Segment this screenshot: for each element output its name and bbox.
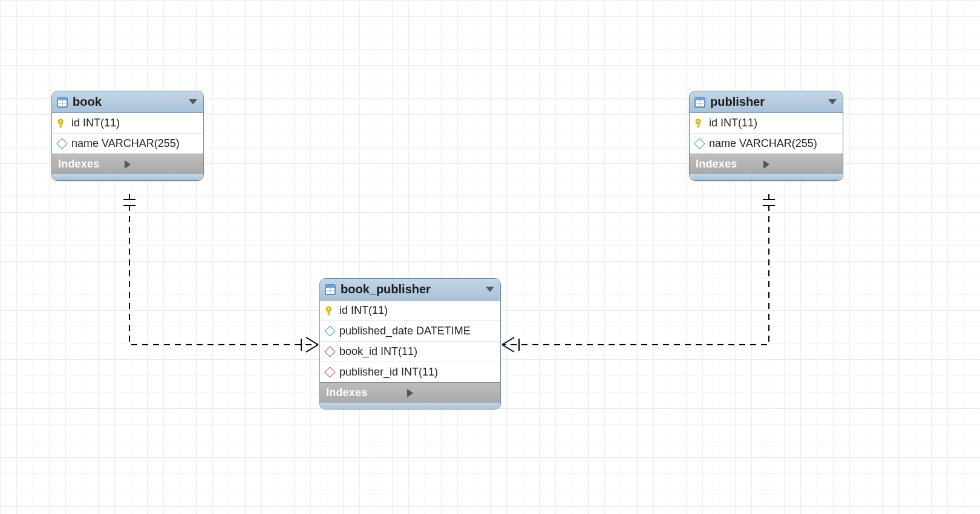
svg-rect-25 bbox=[699, 125, 700, 126]
entity-title: publisher bbox=[710, 95, 823, 109]
entity-header[interactable]: book bbox=[52, 91, 203, 113]
column-list: id INT(11) name VARCHAR(255) bbox=[52, 113, 203, 154]
chevron-down-icon bbox=[189, 99, 197, 105]
entity-header[interactable]: book_publisher bbox=[320, 279, 500, 301]
svg-rect-33 bbox=[329, 313, 330, 314]
column-list: id INT(11) published_date DATETIME book_… bbox=[320, 301, 500, 382]
column-label: publisher_id INT(11) bbox=[339, 366, 438, 379]
column-icon bbox=[325, 327, 335, 336]
entity-book[interactable]: book id INT(11) name VARCHAR(255) Indexe… bbox=[51, 91, 204, 181]
svg-line-3 bbox=[306, 345, 318, 352]
entity-footer bbox=[690, 174, 843, 180]
table-icon bbox=[694, 97, 705, 108]
chevron-right-icon bbox=[407, 389, 494, 397]
svg-rect-19 bbox=[695, 97, 705, 100]
erd-canvas[interactable]: book id INT(11) name VARCHAR(255) Indexe… bbox=[0, 0, 980, 514]
primary-key-icon bbox=[57, 119, 67, 128]
entity-footer bbox=[52, 174, 203, 180]
indexes-label: Indexes bbox=[696, 158, 763, 171]
entity-footer bbox=[320, 403, 500, 409]
column-row[interactable]: id INT(11) bbox=[320, 301, 500, 321]
primary-key-icon bbox=[694, 119, 704, 128]
table-icon bbox=[57, 97, 68, 108]
column-label: name VARCHAR(255) bbox=[709, 137, 817, 150]
entity-header[interactable]: publisher bbox=[690, 91, 843, 113]
column-label: id INT(11) bbox=[71, 117, 120, 129]
entity-title: book_publisher bbox=[341, 282, 481, 296]
column-label: published_date DATETIME bbox=[339, 325, 471, 337]
chevron-down-icon bbox=[486, 287, 494, 292]
column-row[interactable]: id INT(11) bbox=[690, 113, 843, 134]
svg-rect-17 bbox=[61, 125, 62, 126]
column-label: id INT(11) bbox=[709, 117, 757, 129]
svg-point-15 bbox=[60, 120, 62, 122]
column-label: id INT(11) bbox=[339, 304, 388, 317]
entity-title: book bbox=[73, 95, 184, 109]
relationship-lines bbox=[0, 0, 980, 514]
svg-rect-11 bbox=[57, 97, 67, 100]
column-icon bbox=[694, 139, 704, 149]
foreign-key-icon bbox=[325, 347, 335, 357]
column-row[interactable]: name VARCHAR(255) bbox=[52, 134, 203, 154]
entity-book-publisher[interactable]: book_publisher id INT(11) published_date… bbox=[319, 278, 501, 409]
svg-point-23 bbox=[697, 120, 699, 122]
chevron-right-icon bbox=[125, 160, 197, 169]
svg-line-8 bbox=[502, 345, 514, 352]
column-icon bbox=[57, 139, 67, 149]
indexes-label: Indexes bbox=[58, 158, 125, 171]
column-row[interactable]: published_date DATETIME bbox=[320, 321, 500, 342]
entity-publisher[interactable]: publisher id INT(11) name VARCHAR(255) I… bbox=[689, 91, 843, 181]
column-row[interactable]: id INT(11) bbox=[52, 113, 203, 134]
indexes-section[interactable]: Indexes bbox=[320, 382, 500, 403]
column-row[interactable]: book_id INT(11) bbox=[320, 342, 500, 362]
svg-line-7 bbox=[502, 337, 514, 345]
column-label: name VARCHAR(255) bbox=[71, 137, 180, 150]
indexes-label: Indexes bbox=[326, 386, 407, 399]
column-row[interactable]: name VARCHAR(255) bbox=[690, 134, 843, 154]
svg-line-2 bbox=[306, 337, 318, 345]
foreign-key-icon bbox=[325, 368, 335, 377]
table-icon bbox=[325, 284, 336, 295]
chevron-down-icon bbox=[828, 99, 837, 105]
column-label: book_id INT(11) bbox=[339, 345, 417, 358]
svg-rect-16 bbox=[60, 123, 61, 128]
indexes-section[interactable]: Indexes bbox=[690, 154, 843, 174]
svg-point-31 bbox=[328, 308, 330, 310]
primary-key-icon bbox=[325, 306, 335, 316]
svg-rect-24 bbox=[697, 123, 699, 128]
chevron-right-icon bbox=[763, 160, 837, 169]
indexes-section[interactable]: Indexes bbox=[52, 154, 203, 174]
column-list: id INT(11) name VARCHAR(255) bbox=[690, 113, 843, 154]
svg-rect-27 bbox=[325, 285, 335, 288]
svg-rect-32 bbox=[328, 311, 329, 315]
column-row[interactable]: publisher_id INT(11) bbox=[320, 362, 500, 382]
